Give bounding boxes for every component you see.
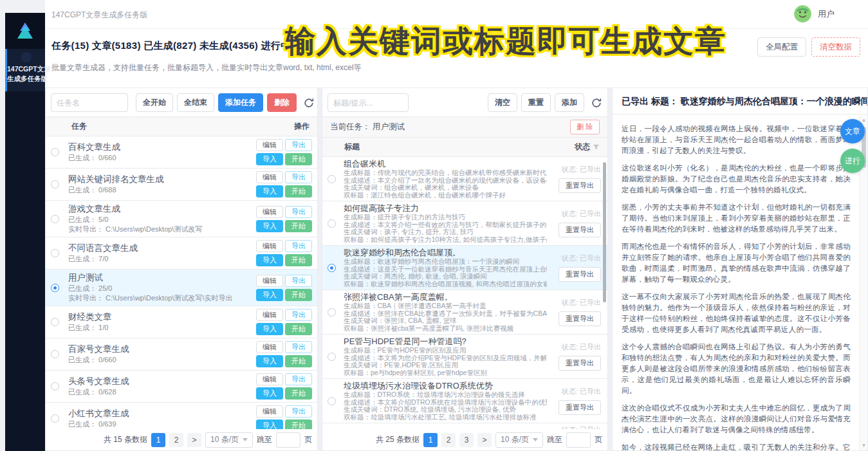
page-button[interactable]: 1 [423,433,438,447]
export-button[interactable]: 导出 [285,373,312,385]
task-radio[interactable] [51,180,59,189]
edit-button[interactable]: 编辑 [256,373,283,385]
table-row[interactable]: 财经类文章 已生成： 1/0 编辑 导出 导入 开始 [46,306,317,338]
export-button[interactable]: 导出 [285,405,312,418]
add-task-button[interactable]: 添加任务 [218,93,263,112]
start-all-button[interactable]: 全开始 [136,93,173,112]
import-button[interactable]: 导入 [256,289,283,301]
task-radio[interactable] [51,284,59,292]
edit-button[interactable]: 编辑 [256,341,283,353]
title-radio[interactable] [328,264,336,272]
table-row[interactable]: 用户测试 已生成： 25/0 实时导出： C:\Users\wp\Desktop… [46,270,317,306]
jump-page-input[interactable] [566,432,591,448]
list-item[interactable]: 张照洋被CBA第一高度盖帽。 生成标题：CBA｜张照洋遭遇CBA第一高手封盖 生… [322,290,607,335]
start-button[interactable]: 开始 [285,254,312,266]
page-button[interactable]: 2 [441,433,456,447]
start-button[interactable]: 开始 [285,355,312,367]
edit-button[interactable]: 编辑 [256,405,283,418]
import-button[interactable]: 导入 [256,153,283,165]
title-radio[interactable] [328,308,336,317]
page-button[interactable]: > [187,433,201,447]
page-size-select[interactable]: 10 条/页 [205,432,253,448]
edit-button[interactable]: 编辑 [256,171,283,183]
page-button[interactable]: 2 [169,433,183,447]
list-item[interactable]: PE管与HDPE管是同一种管道吗? 生成标题：PE管与HDPE管的区别及应用 生… [322,335,607,379]
table-row[interactable]: 网站关键词排名文章生成 已生成： 0/688 编辑 导出 导入 开始 [46,169,317,201]
list-item[interactable]: 泰安秀色美容有限公司的十大合作企业 生成标题：泰安秀色美容有限公司的十大合作企业… [322,423,607,429]
start-button[interactable]: 开始 [285,153,312,165]
refresh-icon[interactable] [591,97,602,109]
delete-task-button[interactable]: 删除 [267,93,297,112]
import-button[interactable]: 导入 [256,220,283,232]
running-float-button[interactable]: 进行 [840,149,865,173]
reset-export-button[interactable]: 重置导出 [559,178,601,193]
edit-button[interactable]: 编辑 [256,309,283,321]
jump-page-input[interactable] [276,432,300,448]
refresh-icon[interactable] [303,97,315,109]
table-row[interactable]: 百科文章生成 已生成： 0/660 编辑 导出 导入 开始 [46,136,317,169]
add-title-button[interactable]: 添加 [555,93,584,112]
edit-button[interactable]: 编辑 [256,240,283,252]
export-button[interactable]: 导出 [285,139,312,151]
reset-export-button[interactable]: 重置导出 [559,267,601,282]
page-button[interactable]: > [477,433,492,447]
user-menu[interactable]: 用户 [794,5,835,23]
page-button[interactable]: 1 [151,433,165,447]
title-search-input[interactable] [328,93,409,112]
export-button[interactable]: 导出 [285,206,312,218]
import-button[interactable]: 导入 [256,419,283,429]
table-row[interactable]: 头条号文章生成 已生成： 0/628 编辑 导出 导入 开始 [46,371,317,403]
list-item[interactable]: 如何提高孩子专注力 生成标题：提升孩子专注力的方法与技巧 生成描述：本文将介绍一… [322,201,607,246]
import-button[interactable]: 导入 [256,355,283,367]
export-button[interactable]: 导出 [285,240,312,252]
start-button[interactable]: 开始 [285,220,312,232]
delete-title-button[interactable]: 删 除 [570,120,600,134]
clear-button[interactable]: 清空 [488,93,517,112]
start-button[interactable]: 开始 [285,419,312,429]
list-item[interactable]: 垃圾填埋场污水治理设备DTRO系统优势 生成标题：DTRO系统：垃圾填埋场污水治… [322,379,607,423]
task-radio[interactable] [51,318,59,326]
page-button[interactable]: 3 [459,433,474,447]
export-button[interactable]: 导出 [285,275,312,287]
start-button[interactable]: 开始 [285,387,312,400]
import-button[interactable]: 导入 [256,387,283,400]
stop-all-button[interactable]: 全结束 [177,93,214,112]
title-radio[interactable] [328,175,336,183]
import-button[interactable]: 导入 [256,185,283,198]
title-radio[interactable] [328,353,336,361]
task-radio[interactable] [51,215,59,223]
table-row[interactable]: 小红书文章生成 已生成： 0/639 编辑 导出 导入 开始 [46,403,317,429]
title-radio[interactable] [328,219,336,228]
page-size-select[interactable]: 10 条/页 [495,432,543,448]
reset-button[interactable]: 重置 [521,93,551,112]
title-radio[interactable] [328,397,336,405]
start-button[interactable]: 开始 [285,185,312,198]
start-button[interactable]: 开始 [285,323,312,335]
list-item[interactable]: 歌迷穿婚纱和周杰伦合唱屋顶。 生成标题：歌迷穿婚纱与周杰伦合唱屋顶：一个浪漫的瞬… [322,246,607,290]
sidebar-item-app[interactable]: 147CGPT文章 生成多任务版 [5,49,45,91]
task-name-input[interactable] [51,93,128,112]
export-button[interactable]: 导出 [285,341,312,353]
titles-scrollbar-thumb[interactable] [603,162,606,302]
global-config-button[interactable]: 全局配置 [757,37,806,57]
edit-button[interactable]: 编辑 [256,139,283,151]
task-radio[interactable] [51,148,59,156]
import-button[interactable]: 导入 [256,323,283,335]
table-row[interactable]: 游戏文章生成 已生成： 5/0 实时导出： C:\Users\wp\Deskto… [46,201,317,237]
start-button[interactable]: 开始 [285,289,312,301]
scroll-down-icon[interactable]: ▼ [860,443,868,448]
user-avatar[interactable] [794,5,811,23]
edit-button[interactable]: 编辑 [256,275,283,287]
table-row[interactable]: 百家号文章生成 已生成： 0/660 编辑 导出 导入 开始 [46,338,317,371]
export-button[interactable]: 导出 [285,309,312,321]
filter-icon[interactable] [593,143,600,151]
table-row[interactable]: 不同语言文章生成 已生成： 7/0 编辑 导出 导入 开始 [46,237,317,270]
edit-button[interactable]: 编辑 [256,206,283,218]
task-radio[interactable] [51,382,59,391]
reset-export-button[interactable]: 重置导出 [559,223,601,237]
import-button[interactable]: 导入 [256,254,283,266]
reset-export-button[interactable]: 重置导出 [559,356,601,371]
task-radio[interactable] [51,414,59,423]
reset-export-button[interactable]: 重置导出 [559,311,601,326]
export-button[interactable]: 导出 [285,171,312,183]
